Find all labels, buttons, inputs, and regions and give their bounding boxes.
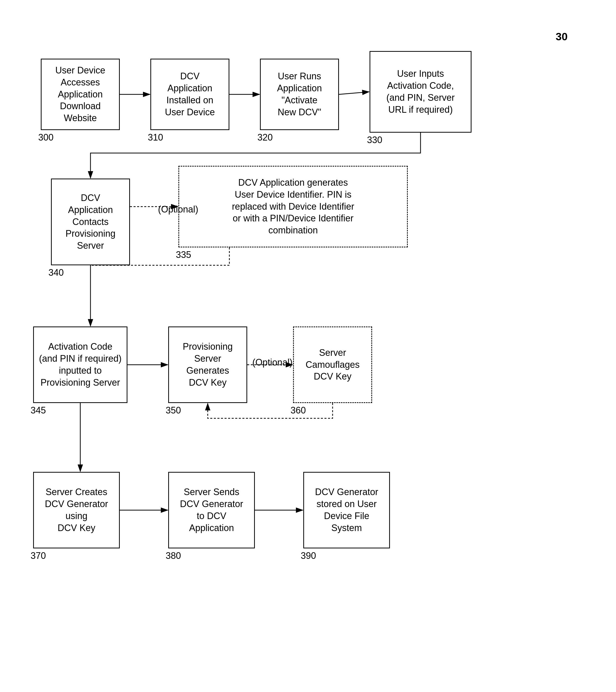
box390-label: 390 [301,550,316,561]
box335: DCV Application generates User Device Id… [178,166,408,247]
diagram-container: User Device Accesses Application Downloa… [0,0,616,692]
box345: Activation Code (and PIN if required) in… [33,327,127,403]
figure-number: 30 [556,30,568,43]
box370: Server Creates DCV Generator using DCV K… [33,472,120,548]
box320: User Runs Application "Activate New DCV" [260,59,339,130]
box330: User Inputs Activation Code, (and PIN, S… [370,51,471,133]
box360-label: 360 [290,405,306,416]
box320-label: 320 [258,132,273,143]
box350-label: 350 [166,405,181,416]
box300-label: 300 [38,132,53,143]
opt2: (Optional) [252,357,292,368]
box340-label: 340 [48,267,64,278]
box335-label: 335 [176,249,191,260]
box310: DCV Application Installed on User Device [150,59,229,130]
box350: Provisioning Server Generates DCV Key [168,327,247,403]
svg-line-4 [339,92,369,95]
box300: User Device Accesses Application Downloa… [41,59,120,130]
opt1: (Optional) [158,204,198,215]
box370-label: 370 [30,550,46,561]
box390: DCV Generator stored on User Device File… [303,472,390,548]
box310-label: 310 [148,132,163,143]
box380: Server Sends DCV Generator to DCV Applic… [168,472,255,548]
box360: Server Camouflages DCV Key [293,327,372,403]
box380-label: 380 [166,550,181,561]
box340: DCV Application Contacts Provisioning Se… [51,179,130,265]
box345-label: 345 [30,405,46,416]
box330-label: 330 [367,135,382,145]
